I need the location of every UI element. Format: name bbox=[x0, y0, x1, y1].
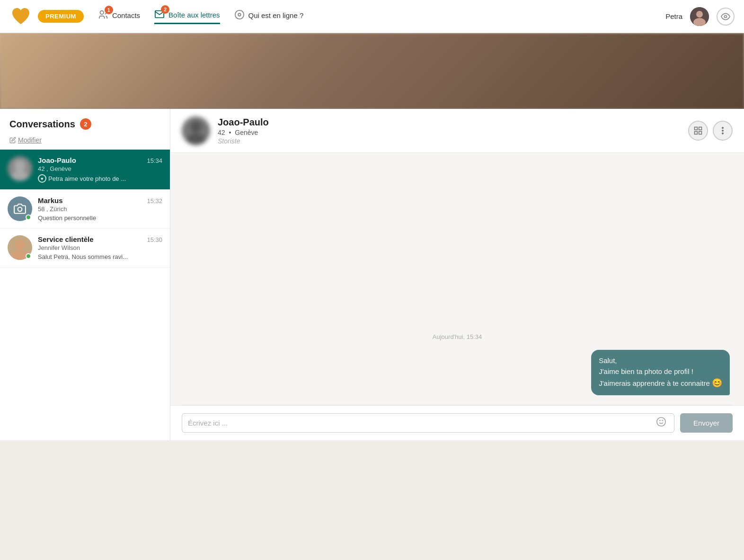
nav-online[interactable]: Qui est en ligne ? bbox=[234, 9, 304, 23]
bullet-sep: • bbox=[229, 129, 231, 136]
svg-point-13 bbox=[190, 121, 202, 133]
nav-contacts[interactable]: 1 Contacts bbox=[98, 9, 140, 23]
mailbox-badge: 2 bbox=[161, 5, 169, 14]
svg-point-21 bbox=[722, 133, 724, 134]
nav-right: Petra bbox=[665, 7, 735, 26]
modifier-row: Modifier bbox=[0, 134, 170, 150]
conv-avatar-wrap-markus bbox=[8, 196, 32, 221]
heart-icon-circle: ♥ bbox=[38, 174, 46, 183]
conversation-list: Joao-Paulo 15:34 42 , Genève ♥ Petra aim… bbox=[0, 150, 170, 267]
conv-sub-service: Jennifer Wilson bbox=[38, 244, 162, 251]
chat-input-wrap bbox=[182, 413, 674, 433]
contact-city: Genève bbox=[235, 129, 258, 136]
contact-age: 42 bbox=[218, 129, 225, 136]
send-button[interactable]: Envoyer bbox=[680, 413, 733, 433]
svg-point-8 bbox=[11, 170, 28, 181]
top-navigation: PREMIUM 1 Contacts 2 Boîte aux lettres bbox=[0, 0, 744, 33]
conv-sub-markus: 58 , Zürich bbox=[38, 205, 162, 213]
chat-input-area: Envoyer bbox=[170, 405, 744, 440]
pencil-icon bbox=[9, 137, 16, 143]
conv-msg-service: Salut Petra, Nous sommes ravi... bbox=[38, 253, 162, 260]
sidebar-header: Conversations 2 bbox=[0, 109, 170, 134]
message-input[interactable] bbox=[188, 419, 654, 427]
modifier-label: Modifier bbox=[18, 136, 42, 144]
mailbox-label: Boîte aux lettres bbox=[168, 11, 220, 19]
svg-point-1 bbox=[235, 10, 243, 19]
conv-name-service: Service clientèle bbox=[38, 235, 94, 243]
conv-item-markus[interactable]: Markus 15:32 58 , Zürich Question person… bbox=[0, 190, 170, 229]
emoji: 😊 bbox=[712, 378, 722, 388]
svg-rect-16 bbox=[699, 127, 702, 130]
hero-banner bbox=[0, 33, 744, 109]
svg-point-2 bbox=[238, 13, 241, 16]
svg-point-6 bbox=[725, 15, 727, 18]
svg-point-0 bbox=[100, 11, 103, 14]
conv-time: 15:34 bbox=[147, 157, 162, 164]
svg-point-7 bbox=[14, 160, 26, 171]
premium-badge[interactable]: PREMIUM bbox=[38, 10, 84, 23]
chat-messages: Aujourd'hui, 15:34 Salut,J'aime bien ta … bbox=[170, 153, 744, 405]
chat-header: Joao-Paulo 42 • Genève Storiste bbox=[170, 109, 744, 153]
conv-sub: 42 , Genève bbox=[38, 165, 162, 172]
chat-header-avatar bbox=[182, 116, 210, 145]
conv-item-joao-paulo[interactable]: Joao-Paulo 15:34 42 , Genève ♥ Petra aim… bbox=[0, 150, 170, 190]
message-bubble: Salut,J'aime bien ta photo de profil !J'… bbox=[591, 350, 730, 395]
contacts-label: Contacts bbox=[112, 11, 140, 19]
conv-top-markus: Markus 15:32 bbox=[38, 196, 162, 204]
svg-point-9 bbox=[18, 207, 22, 212]
contacts-badge: 1 bbox=[105, 6, 113, 14]
svg-rect-18 bbox=[695, 132, 698, 134]
conv-avatar-wrap bbox=[8, 156, 32, 181]
conv-item-service[interactable]: Service clientèle 15:30 Jennifer Wilson … bbox=[0, 229, 170, 267]
logo[interactable] bbox=[9, 5, 32, 28]
chat-header-info: Joao-Paulo 42 • Genève Storiste bbox=[218, 117, 681, 145]
avatar[interactable] bbox=[690, 7, 709, 26]
chat-header-job: Storiste bbox=[218, 137, 681, 145]
sidebar-title: Conversations bbox=[9, 119, 75, 130]
chat-area: Joao-Paulo 42 • Genève Storiste bbox=[170, 109, 744, 440]
chat-date-divider: Aujourd'hui, 15:34 bbox=[185, 333, 730, 340]
svg-rect-17 bbox=[699, 132, 702, 134]
nav-items: 1 Contacts 2 Boîte aux lettres bbox=[98, 9, 665, 24]
online-label: Qui est en ligne ? bbox=[248, 11, 304, 19]
conv-msg: ♥ Petra aime votre photo de ... bbox=[38, 174, 162, 183]
svg-point-4 bbox=[696, 11, 703, 18]
sidebar: Conversations 2 Modifier bbox=[0, 109, 170, 440]
message-row: Salut,J'aime bien ta photo de profil !J'… bbox=[185, 350, 730, 395]
chat-header-actions bbox=[688, 121, 733, 141]
emoji-picker-button[interactable] bbox=[654, 417, 668, 429]
online-indicator bbox=[26, 214, 31, 220]
main-layout: Conversations 2 Modifier bbox=[0, 109, 744, 440]
svg-rect-15 bbox=[695, 127, 698, 130]
user-name: Petra bbox=[665, 12, 682, 20]
conv-name: Joao-Paulo bbox=[38, 156, 76, 164]
conv-content-joao-paulo: Joao-Paulo 15:34 42 , Genève ♥ Petra aim… bbox=[38, 156, 162, 183]
conv-time-service: 15:30 bbox=[147, 236, 162, 243]
modifier-link[interactable]: Modifier bbox=[9, 136, 160, 144]
nav-mailbox[interactable]: 2 Boîte aux lettres bbox=[154, 9, 220, 24]
conv-avatar-wrap-service bbox=[8, 235, 32, 260]
svg-point-19 bbox=[722, 127, 724, 129]
conv-name-markus: Markus bbox=[38, 196, 63, 204]
svg-point-20 bbox=[722, 130, 724, 132]
conv-content-service: Service clientèle 15:30 Jennifer Wilson … bbox=[38, 235, 162, 260]
gallery-button[interactable] bbox=[688, 121, 708, 141]
visibility-toggle-button[interactable] bbox=[717, 8, 735, 26]
chat-header-sub: 42 • Genève bbox=[218, 129, 681, 136]
conv-time-markus: 15:32 bbox=[147, 197, 162, 204]
conv-avatar-joao-paulo bbox=[8, 156, 32, 181]
conv-msg-markus: Question personnelle bbox=[38, 214, 162, 222]
online-indicator-service bbox=[26, 253, 31, 259]
chat-header-name: Joao-Paulo bbox=[218, 117, 681, 128]
conv-content-markus: Markus 15:32 58 , Zürich Question person… bbox=[38, 196, 162, 222]
conv-top: Joao-Paulo 15:34 bbox=[38, 156, 162, 164]
svg-point-10 bbox=[15, 240, 25, 250]
more-options-button[interactable] bbox=[713, 121, 733, 141]
svg-point-22 bbox=[657, 418, 665, 426]
conversations-count-badge: 2 bbox=[80, 118, 91, 130]
conv-top-service: Service clientèle 15:30 bbox=[38, 235, 162, 243]
online-icon bbox=[234, 9, 245, 21]
